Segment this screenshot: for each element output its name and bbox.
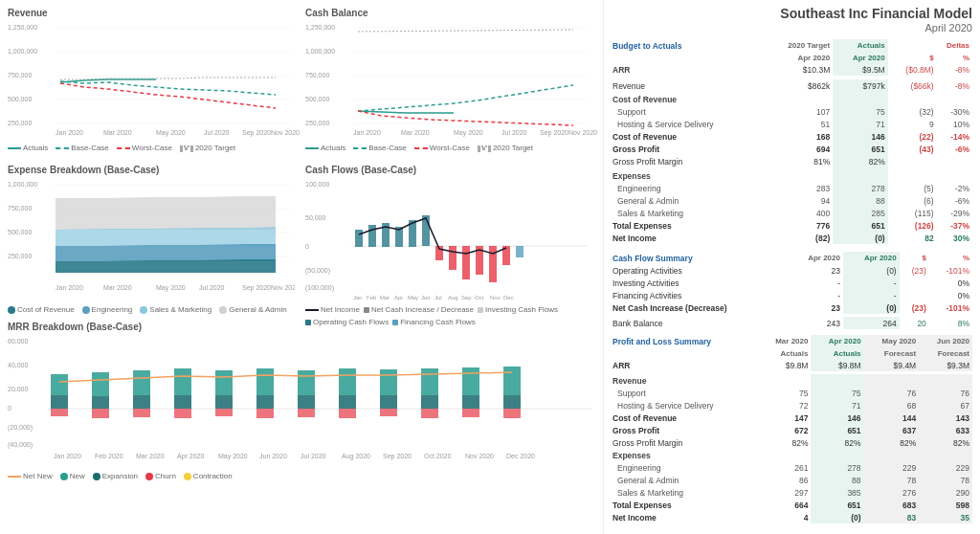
pl-section: Profit and Loss Summary Mar 2020 Apr 202… bbox=[610, 335, 972, 523]
svg-rect-97 bbox=[174, 368, 191, 395]
svg-rect-94 bbox=[133, 370, 150, 395]
pl-jun-header: Jun 2020 bbox=[919, 335, 972, 347]
pl-may-header: May 2020 bbox=[864, 335, 920, 347]
svg-rect-99 bbox=[174, 409, 191, 418]
table-row: Total Expenses 776 651 (126) -37% bbox=[610, 219, 972, 232]
pl-arr-mar: $9.8M bbox=[758, 359, 812, 371]
legend-actuals-cb: Actuals bbox=[305, 144, 345, 152]
pl-net-income-apr: (0) bbox=[811, 511, 863, 523]
net-cash-c1: 23 bbox=[787, 301, 843, 314]
svg-text:1,250,000: 1,250,000 bbox=[8, 24, 37, 31]
svg-text:Jan 2020: Jan 2020 bbox=[56, 129, 83, 136]
table-row: Sales & Marketing 400 285 (115) -29% bbox=[610, 207, 972, 219]
pl-sm-may: 276 bbox=[864, 486, 920, 499]
svg-text:Jul 2020: Jul 2020 bbox=[301, 453, 326, 459]
deltas-header: Deltas bbox=[888, 39, 972, 52]
pl-net-income-may: 83 bbox=[864, 511, 920, 523]
svg-rect-92 bbox=[92, 396, 109, 409]
expense-title: Expense Breakdown (Base-Case) bbox=[8, 165, 300, 175]
table-row: Operating Activities 23 (0) (23) -101% bbox=[610, 264, 972, 277]
expense-legend: Cost of Revenue Engineering Sales & Mark… bbox=[8, 305, 300, 314]
svg-text:May 2020: May 2020 bbox=[454, 129, 483, 137]
svg-marker-42 bbox=[56, 244, 276, 261]
table-row: Gross Profit 694 651 (43) -6% bbox=[610, 144, 972, 156]
table-row: Hosting & Service Delivery 51 71 9 10% bbox=[610, 119, 972, 131]
svg-rect-63 bbox=[449, 246, 457, 270]
svg-marker-43 bbox=[56, 259, 276, 273]
table-row: Support 107 75 (32) -30% bbox=[610, 106, 972, 119]
table-row: Expenses bbox=[610, 168, 972, 183]
fin-label: Financing Activities bbox=[610, 289, 787, 301]
svg-rect-57 bbox=[368, 225, 376, 247]
gross-profit-label: Gross Profit bbox=[610, 144, 764, 156]
pl-arr-apr: $9.8M bbox=[811, 359, 863, 371]
legend-basecase: Base-Case bbox=[56, 144, 109, 152]
fin-delta-d bbox=[900, 289, 929, 301]
target-header: 2020 Target bbox=[764, 39, 833, 52]
revenue-chart: Revenue 1,250,000 1,000,000 750,000 500,… bbox=[8, 8, 300, 161]
table-row: ARR $10.3M $9.5M ($0.8M) -8% bbox=[610, 63, 972, 76]
svg-text:Apr 2020: Apr 2020 bbox=[177, 453, 205, 460]
engineering-delta-d: (5) bbox=[888, 182, 937, 194]
sm-delta-d: (115) bbox=[888, 207, 937, 219]
svg-text:Mar 2020: Mar 2020 bbox=[103, 284, 132, 291]
actuals-header: Actuals bbox=[833, 39, 887, 52]
svg-text:500,000: 500,000 bbox=[305, 96, 329, 102]
cash-flows-title: Cash Flows (Base-Case) bbox=[305, 165, 597, 175]
cf-target-header: Apr 2020 bbox=[787, 252, 843, 264]
svg-rect-100 bbox=[215, 370, 233, 395]
svg-text:0: 0 bbox=[8, 405, 11, 412]
svg-rect-113 bbox=[380, 395, 397, 409]
svg-rect-122 bbox=[503, 395, 521, 409]
svg-text:May: May bbox=[408, 295, 418, 300]
revenue-target: $862k bbox=[764, 79, 833, 92]
engineering-delta-p: -2% bbox=[937, 182, 972, 194]
pl-apr-header: Apr 2020 bbox=[811, 335, 863, 347]
svg-text:750,000: 750,000 bbox=[8, 72, 32, 78]
svg-text:May 2020: May 2020 bbox=[156, 129, 186, 137]
expense-breakdown-chart: Expense Breakdown (Base-Case) 1,000,000 … bbox=[8, 165, 300, 318]
pl-eng-mar: 261 bbox=[758, 461, 812, 474]
support-target: 107 bbox=[764, 106, 833, 119]
svg-text:Apr: Apr bbox=[394, 295, 403, 300]
arr-target: $10.3M bbox=[764, 63, 833, 76]
svg-rect-107 bbox=[298, 395, 315, 409]
svg-text:Jul 2020: Jul 2020 bbox=[501, 129, 527, 136]
net-cash-delta-p: -101% bbox=[929, 301, 972, 314]
svg-text:Oct 2020: Oct 2020 bbox=[424, 453, 452, 459]
svg-text:1,250,000: 1,250,000 bbox=[305, 24, 335, 31]
ops-delta-d: (23) bbox=[900, 264, 929, 277]
svg-text:Jul 2020: Jul 2020 bbox=[199, 284, 225, 291]
pl-actuals2-subheader: Actuals bbox=[811, 347, 863, 359]
svg-text:Mar 2020: Mar 2020 bbox=[103, 129, 132, 136]
svg-text:250,000: 250,000 bbox=[8, 120, 32, 126]
revenue-legend: Actuals Base-Case Worst-Case 2020 Target bbox=[8, 144, 300, 152]
table-row: Revenue $862k $797k ($66k) -8% bbox=[610, 79, 972, 92]
svg-text:1,000,000: 1,000,000 bbox=[8, 48, 37, 55]
pl-support-jun: 76 bbox=[919, 387, 972, 399]
gpm-label: Gross Profit Margin bbox=[610, 156, 764, 168]
table-row: General & Admin 94 88 (6) -6% bbox=[610, 194, 972, 207]
budget-header: Budget to Actuals bbox=[610, 39, 764, 52]
budget-actuals-table: Budget to Actuals 2020 Target Actuals De… bbox=[610, 39, 972, 244]
revenue-delta-p: -8% bbox=[937, 79, 972, 92]
net-cash-label: Net Cash Increase (Decrease) bbox=[610, 301, 787, 314]
pl-hosting-may: 68 bbox=[864, 399, 920, 412]
svg-text:Jan 2020: Jan 2020 bbox=[56, 284, 83, 291]
pl-cor-may: 144 bbox=[864, 412, 920, 424]
svg-text:(100,000): (100,000) bbox=[305, 284, 334, 292]
pl-hosting-jun: 67 bbox=[919, 399, 972, 412]
gross-profit-delta-d: (43) bbox=[888, 144, 937, 156]
pl-total-exp-apr: 651 bbox=[811, 499, 863, 511]
pl-sm-jun: 290 bbox=[919, 486, 972, 499]
svg-text:May 2020: May 2020 bbox=[156, 284, 186, 292]
svg-rect-121 bbox=[503, 367, 521, 395]
table-row: Gross Profit Margin 81% 82% bbox=[610, 156, 972, 168]
svg-rect-106 bbox=[298, 370, 315, 395]
revenue-delta-d: ($66k) bbox=[888, 79, 937, 92]
pl-forecast1-subheader: Forecast bbox=[864, 347, 920, 359]
ga-actuals: 88 bbox=[833, 194, 887, 207]
pl-ga-apr: 88 bbox=[811, 474, 863, 486]
svg-rect-98 bbox=[174, 395, 191, 409]
pl-table: Profit and Loss Summary Mar 2020 Apr 202… bbox=[610, 335, 972, 523]
